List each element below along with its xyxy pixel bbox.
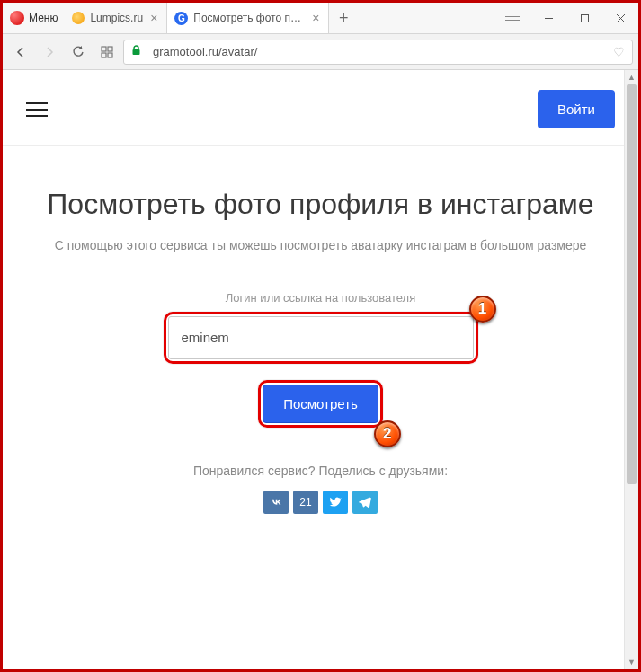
close-icon[interactable]: × [310, 12, 321, 24]
scroll-down-icon[interactable]: ▼ [625, 655, 638, 669]
username-input[interactable] [168, 316, 474, 359]
back-button[interactable] [8, 40, 33, 65]
share-text: Понравился сервис? Поделись с друзьями: [3, 464, 638, 478]
share-section: Понравился сервис? Поделись с друзьями: … [3, 464, 638, 550]
share-telegram-button[interactable] [352, 491, 378, 514]
new-tab-button[interactable]: + [329, 3, 358, 33]
separator [147, 45, 147, 59]
url-text: gramotool.ru/avatar/ [153, 45, 257, 58]
close-window-button[interactable] [602, 3, 638, 34]
page-title: Посмотреть фото профиля в инстаграме [30, 186, 611, 224]
gramotool-favicon-icon: G [174, 12, 188, 25]
page-subtitle: С помощью этого сервиса ты можешь посмот… [51, 236, 591, 255]
tab-title: Посмотреть фото профи [193, 12, 305, 24]
tab-menu-button[interactable] [494, 3, 530, 33]
login-button[interactable]: Войти [538, 90, 615, 128]
share-twitter-button[interactable] [323, 491, 348, 514]
callout-frame-2: Посмотреть [258, 380, 383, 428]
browser-titlebar: Меню Lumpics.ru × G Посмотреть фото проф… [3, 3, 638, 34]
scroll-thumb[interactable] [627, 84, 637, 484]
tab-lumpics[interactable]: Lumpics.ru × [65, 3, 167, 33]
address-bar: gramotool.ru/avatar/ ♡ [3, 34, 638, 70]
close-icon[interactable]: × [148, 12, 159, 24]
site-header: Войти [3, 70, 638, 146]
submit-button[interactable]: Посмотреть [263, 385, 378, 423]
opera-menu-label: Меню [29, 12, 58, 24]
svg-rect-6 [102, 53, 106, 57]
maximize-button[interactable] [566, 3, 602, 34]
tab-title: Lumpics.ru [90, 12, 143, 24]
lumpics-favicon-icon [72, 12, 85, 24]
callout-frame-1 [164, 312, 478, 364]
forward-button[interactable] [37, 40, 62, 65]
svg-rect-8 [133, 49, 140, 55]
share-vk-count: 21 [293, 491, 317, 514]
svg-rect-1 [581, 14, 588, 22]
share-vk-button[interactable] [263, 491, 289, 514]
input-label: Логин или ссылка на пользователя [226, 291, 415, 305]
lookup-form: Логин или ссылка на пользователя 1 Посмо… [3, 273, 638, 428]
speed-dial-button[interactable] [94, 40, 120, 65]
step-badge-1: 1 [469, 296, 496, 323]
url-field[interactable]: gramotool.ru/avatar/ ♡ [123, 40, 633, 65]
lock-icon [131, 45, 141, 58]
minimize-button[interactable] [530, 3, 566, 34]
scroll-track[interactable] [625, 84, 638, 655]
vertical-scrollbar[interactable]: ▲ ▼ [624, 70, 638, 669]
tab-gramotool[interactable]: G Посмотреть фото профи × [167, 3, 329, 33]
opera-menu-button[interactable]: Меню [3, 3, 65, 33]
svg-rect-5 [108, 47, 112, 51]
scroll-up-icon[interactable]: ▲ [625, 70, 638, 84]
reload-button[interactable] [66, 40, 91, 65]
tabs-strip: Lumpics.ru × G Посмотреть фото профи × + [65, 3, 494, 33]
svg-rect-7 [108, 53, 112, 57]
step-badge-2: 2 [374, 420, 401, 447]
svg-rect-4 [102, 47, 106, 51]
opera-logo-icon [10, 11, 24, 25]
hero-section: Посмотреть фото профиля в инстаграме С п… [3, 146, 638, 273]
page-viewport: Войти Посмотреть фото профиля в инстагра… [3, 70, 638, 669]
bookmark-heart-icon[interactable]: ♡ [613, 45, 625, 59]
hamburger-menu-button[interactable] [26, 102, 48, 117]
